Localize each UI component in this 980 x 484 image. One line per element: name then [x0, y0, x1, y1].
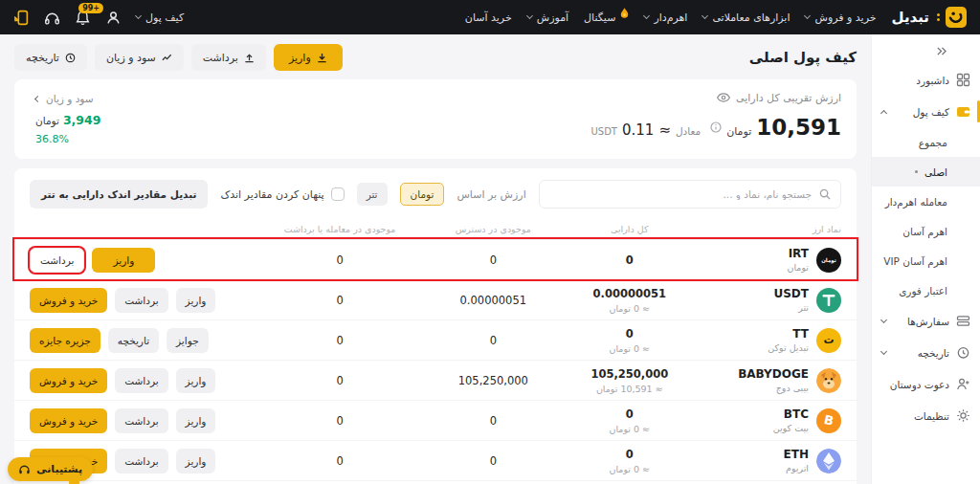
history-button[interactable]: تاریخچه — [14, 44, 87, 71]
row-deposit-button[interactable]: واریز — [176, 449, 216, 473]
coin-cell: B BTC بیت کوین — [698, 407, 841, 433]
sidebar-item-instant-credit[interactable]: اعتبار فوری — [881, 275, 970, 305]
sidebar-item-easy-leverage-vip[interactable]: اهرم آسان VIP — [881, 246, 970, 275]
tabdeal-logo[interactable]: تبدیل — [892, 7, 967, 28]
nav-education[interactable]: آموزش — [527, 11, 568, 24]
row-withdraw-button[interactable]: برداشت — [30, 248, 84, 273]
sidebar-item-invite-friends[interactable]: دعوت دوستان — [881, 368, 970, 400]
hide-small-balances[interactable]: پنهان کردن مقادیر اندک — [220, 187, 344, 201]
total-amount: 10,591 — [756, 115, 841, 140]
coin-cell: تومان IRT تومان — [698, 247, 841, 273]
in-order-cell: 0 — [255, 253, 425, 267]
available-cell: 0 — [425, 454, 561, 468]
coin-cell: BABYDOGE بیبی دوج — [698, 367, 841, 393]
nav-trading-tools[interactable]: ابزارهای معاملاتی — [702, 11, 790, 24]
table-row-eth: ETH اتریوم 0 ≈ 0 تومان 0 0 واریز برداشت … — [14, 440, 857, 480]
row-withdraw-button[interactable]: برداشت — [115, 449, 167, 473]
coin-cell: USDT تتر — [698, 287, 841, 313]
row-rewards-button[interactable]: جوایز — [167, 328, 209, 353]
chevron-down-icon — [702, 12, 708, 19]
col-available: موجودی در دسترس — [425, 224, 561, 234]
page-header: کیف پول اصلی واریز برداشت سود و زیان تار… — [14, 43, 857, 72]
navbar-user-cluster: کیف پول +99 — [13, 10, 184, 26]
trend-chart-icon — [162, 53, 172, 63]
total-cell: 0 ≈ 0 تومان — [562, 327, 698, 354]
sidebar-item-leveraged-trade[interactable]: معامله اهرم‌دار — [881, 187, 970, 216]
wallet-action-buttons: واریز برداشت سود و زیان تاریخچه — [14, 44, 343, 71]
convert-small-button[interactable]: تبدیل مقادیر اندک دارایی به تتر — [30, 180, 208, 209]
nav-leverage[interactable]: اهرم‌دار — [644, 11, 687, 24]
app-download-icon[interactable] — [13, 10, 30, 26]
row-history-button[interactable]: تاریخچه — [108, 328, 159, 353]
row-prize-island-button[interactable]: جزیره جایزه — [30, 328, 100, 353]
toggle-toman[interactable]: تومان — [400, 183, 445, 206]
total-cell: 0 ≈ 0 تومان — [562, 448, 698, 474]
total-cell: 0 — [562, 253, 698, 267]
headphones-icon — [18, 463, 31, 475]
coin-cell: ETH اتریوم — [698, 448, 841, 473]
row-trade-button[interactable]: خرید و فروش — [30, 408, 107, 433]
info-icon[interactable] — [710, 121, 722, 133]
sidebar-item-wallet[interactable]: کیف پول — [881, 96, 970, 127]
user-profile-icon[interactable] — [105, 10, 122, 26]
tabdeal-logo-icon — [946, 7, 967, 28]
sidebar-item-total[interactable]: مجموع — [881, 127, 970, 157]
total-cell: 0 ≈ 0 تومان — [562, 407, 698, 434]
sidebar-item-settings[interactable]: تنظیمات — [881, 400, 970, 431]
row-deposit-button[interactable]: واریز — [176, 288, 216, 313]
search-box[interactable] — [539, 180, 841, 209]
row-withdraw-button[interactable]: برداشت — [115, 288, 167, 313]
total-currency: تومان — [726, 125, 751, 138]
nav-signal[interactable]: سیگنال — [584, 11, 629, 24]
chevron-down-icon — [880, 316, 887, 322]
nav-buy-sell[interactable]: خرید و فروش — [805, 11, 876, 24]
table-row-btc: B BTC بیت کوین 0 ≈ 0 تومان 0 0 واریز برد… — [14, 400, 857, 440]
chevron-down-icon — [880, 347, 887, 354]
btc-coin-icon: B — [816, 408, 841, 433]
hide-small-checkbox[interactable] — [331, 187, 345, 201]
support-headphones-icon[interactable] — [44, 10, 60, 26]
row-trade-button[interactable]: خرید و فروش — [30, 288, 107, 313]
top-navbar: تبدیل خرید و فروش ابزارهای معاملاتی اهرم… — [0, 0, 980, 34]
row-deposit-button[interactable]: واریز — [92, 248, 155, 273]
row-actions: جوایز تاریخچه جزیره جایزه — [30, 328, 255, 353]
eye-icon[interactable] — [717, 91, 730, 104]
in-order-cell: 0 — [255, 454, 425, 468]
available-cell: 105,250,000 — [425, 374, 561, 387]
row-trade-button[interactable]: خرید و فروش — [30, 368, 107, 393]
sidebar-item-orders[interactable]: سفارش‌ها — [881, 305, 970, 337]
total-value-label-row: ارزش تقریبی کل دارایی — [590, 91, 841, 104]
invite-person-plus-icon — [956, 377, 970, 391]
deposit-button[interactable]: واریز — [274, 44, 343, 71]
sidebar: داشبورد کیف پول مجموع اصلی معامله اهرم‌د… — [871, 34, 980, 484]
clock-icon — [65, 53, 76, 63]
row-deposit-button[interactable]: واریز — [176, 368, 216, 393]
search-input[interactable] — [549, 188, 812, 200]
table-row-tt: ت TT تبدیل توکن 0 ≈ 0 تومان 0 0 جوایز تا… — [14, 319, 857, 360]
row-actions: واریز برداشت — [30, 248, 255, 273]
support-chat-button[interactable]: پشتیبانی — [8, 457, 93, 481]
toggle-tether[interactable]: تتر — [357, 183, 388, 206]
nav-easy-buy[interactable]: خرید آسان — [465, 11, 512, 24]
sidebar-item-easy-leverage[interactable]: اهرم آسان — [881, 216, 970, 246]
sidebar-item-main[interactable]: اصلی — [872, 157, 980, 187]
table-row-irt: تومان IRT تومان 0 0 0 واریز برداشت — [14, 239, 857, 279]
withdraw-button[interactable]: برداشت — [191, 44, 266, 71]
coin-cell: ت TT تبدیل توکن — [698, 327, 841, 353]
support-widget: پشتیبانی — [8, 457, 93, 481]
main-content: کیف پول اصلی واریز برداشت سود و زیان تار… — [0, 34, 871, 484]
sidebar-item-history[interactable]: تاریخچه — [881, 337, 970, 368]
row-withdraw-button[interactable]: برداشت — [115, 368, 167, 393]
notifications-bell-icon[interactable]: +99 — [75, 10, 91, 26]
sidebar-item-dashboard[interactable]: داشبورد — [881, 64, 970, 96]
row-deposit-button[interactable]: واریز — [176, 408, 216, 433]
nav-wallet-menu[interactable]: کیف پول — [136, 11, 184, 24]
row-withdraw-button[interactable]: برداشت — [115, 408, 167, 433]
sidebar-collapse-icon[interactable] — [881, 42, 970, 64]
pnl-link[interactable]: سود و زیان — [35, 93, 94, 104]
available-cell: 0 — [425, 334, 561, 347]
pnl-button[interactable]: سود و زیان — [95, 44, 184, 71]
orders-icon — [956, 314, 970, 328]
chevron-down-icon — [526, 12, 533, 19]
assets-table-header: نماد ارز کل دارایی موجودی در دسترس موجود… — [14, 218, 857, 239]
